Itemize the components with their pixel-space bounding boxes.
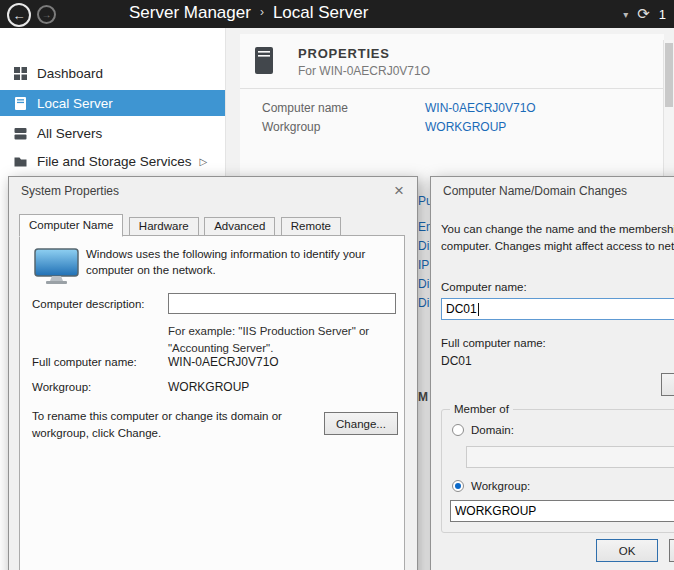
workgroup-radio-icon[interactable] — [452, 480, 464, 492]
sidebar-item-label: All Servers — [37, 126, 102, 141]
breadcrumb-separator-icon: › — [251, 5, 273, 19]
property-label: Computer name — [262, 101, 348, 115]
example-line: For example: "IIS Production Server" or — [168, 323, 369, 340]
dialog-description: Windows uses the following information t… — [86, 246, 394, 278]
domain-input-disabled — [466, 446, 674, 468]
divider — [240, 88, 664, 89]
property-label: Workgroup — [262, 120, 320, 134]
monitor-icon — [34, 248, 80, 286]
dialog-description-line2: computer. Changes might affect access to… — [441, 240, 674, 252]
forward-button[interactable]: → — [37, 5, 56, 24]
panel-title: PROPERTIES — [298, 46, 390, 61]
dialog-title: Computer Name/Domain Changes — [443, 184, 627, 198]
workgroup-link[interactable]: WORKGROUP — [425, 120, 506, 134]
full-computer-name-label: Full computer name: — [32, 356, 137, 368]
change-button[interactable]: Change... — [324, 412, 398, 435]
description-example-text: For example: "IIS Production Server" or … — [168, 323, 369, 356]
sidebar-item-label: Local Server — [37, 96, 113, 111]
dashboard-icon — [13, 66, 28, 81]
close-icon[interactable]: × — [385, 179, 413, 202]
workgroup-radio-row[interactable]: Workgroup: — [452, 480, 530, 492]
title-bar: ← → Server Manager›Local Server ▾ ⟳ 1 — [0, 0, 674, 28]
servers-stack-icon — [13, 126, 28, 141]
vertical-scrollbar[interactable] — [663, 40, 674, 176]
tab-advanced[interactable]: Advanced — [204, 217, 275, 236]
sidebar-item-label: File and Storage Services — [37, 154, 192, 169]
sidebar-item-local-server[interactable]: Local Server — [0, 90, 225, 116]
clipped-value: Di — [418, 277, 429, 291]
workgroup-value: WORKGROUP — [168, 380, 249, 394]
titlebar-actions: ▾ ⟳ 1 — [623, 0, 666, 28]
computer-name-input-value: DC01 — [446, 302, 477, 316]
domain-radio-icon[interactable] — [452, 424, 464, 436]
server-manager-window: ← → Server Manager›Local Server ▾ ⟳ 1 Da… — [0, 0, 674, 570]
ok-button[interactable]: OK — [596, 539, 658, 562]
domain-radio-row[interactable]: Domain: — [452, 424, 514, 436]
rename-hint-text: To rename this computer or change its do… — [32, 408, 304, 443]
tab-strip: Computer Name Hardware Advanced Remote — [19, 214, 342, 236]
clipped-value: Di — [418, 239, 429, 253]
expand-arrow-icon[interactable]: ▷ — [200, 156, 208, 167]
notification-count[interactable]: 1 — [659, 7, 666, 22]
workgroup-radio-label: Workgroup: — [471, 480, 530, 492]
sidebar-item-file-storage-services[interactable]: File and Storage Services ▷ — [0, 148, 225, 174]
tab-hardware[interactable]: Hardware — [129, 217, 199, 236]
example-line: "Accounting Server". — [168, 340, 369, 357]
member-of-label: Member of — [450, 403, 513, 415]
clipped-value: Di — [418, 296, 429, 310]
computer-name-domain-changes-dialog: Computer Name/Domain Changes You can cha… — [430, 176, 674, 570]
computer-name-link[interactable]: WIN-0AECRJ0V71O — [425, 101, 536, 115]
computer-name-input[interactable]: DC01 — [441, 298, 674, 320]
server-icon — [254, 46, 274, 76]
chevron-down-icon[interactable]: ▾ — [623, 9, 628, 20]
domain-radio-label: Domain: — [471, 424, 514, 436]
member-of-groupbox: Member of Domain: Workgroup: — [441, 409, 674, 533]
file-storage-icon — [13, 154, 28, 169]
app-title: Server Manager — [129, 3, 251, 22]
back-button[interactable]: ← — [7, 3, 31, 27]
computer-name-label: Computer name: — [441, 281, 527, 293]
back-arrow-icon: ← — [13, 8, 26, 23]
dialog-description-line1: You can change the name and the membersh… — [441, 223, 674, 235]
system-properties-dialog: System Properties × Computer Name Hardwa… — [8, 176, 418, 570]
breadcrumb-current: Local Server — [273, 3, 368, 22]
server-icon — [13, 96, 28, 111]
dialog-title: System Properties — [21, 184, 119, 198]
clipped-value: M — [418, 390, 428, 404]
sidebar-item-label: Dashboard — [37, 66, 103, 81]
scrollbar-thumb[interactable] — [665, 43, 673, 107]
computer-name-tab-page: Windows uses the following information t… — [19, 235, 405, 570]
workgroup-label: Workgroup: — [32, 381, 91, 393]
more-button[interactable] — [661, 373, 674, 396]
workgroup-input[interactable] — [450, 500, 674, 522]
panel-subtitle: For WIN-0AECRJ0V71O — [298, 64, 430, 78]
breadcrumb: Server Manager›Local Server — [129, 3, 368, 23]
sidebar-item-dashboard[interactable]: Dashboard — [0, 60, 225, 86]
full-computer-name-label: Full computer name: — [441, 337, 546, 349]
computer-description-input[interactable] — [168, 293, 396, 314]
tab-remote[interactable]: Remote — [281, 217, 341, 236]
tab-computer-name[interactable]: Computer Name — [19, 214, 123, 237]
forward-arrow-icon: → — [42, 9, 52, 20]
refresh-icon[interactable]: ⟳ — [637, 5, 650, 23]
clipped-value: IP — [418, 258, 429, 272]
full-computer-name-value: DC01 — [441, 354, 472, 368]
full-computer-name-value: WIN-0AECRJ0V71O — [168, 355, 279, 369]
cancel-button-clipped[interactable] — [669, 539, 674, 562]
text-cursor — [478, 303, 479, 316]
computer-description-label: Computer description: — [32, 298, 145, 310]
sidebar-item-all-servers[interactable]: All Servers — [0, 120, 225, 146]
